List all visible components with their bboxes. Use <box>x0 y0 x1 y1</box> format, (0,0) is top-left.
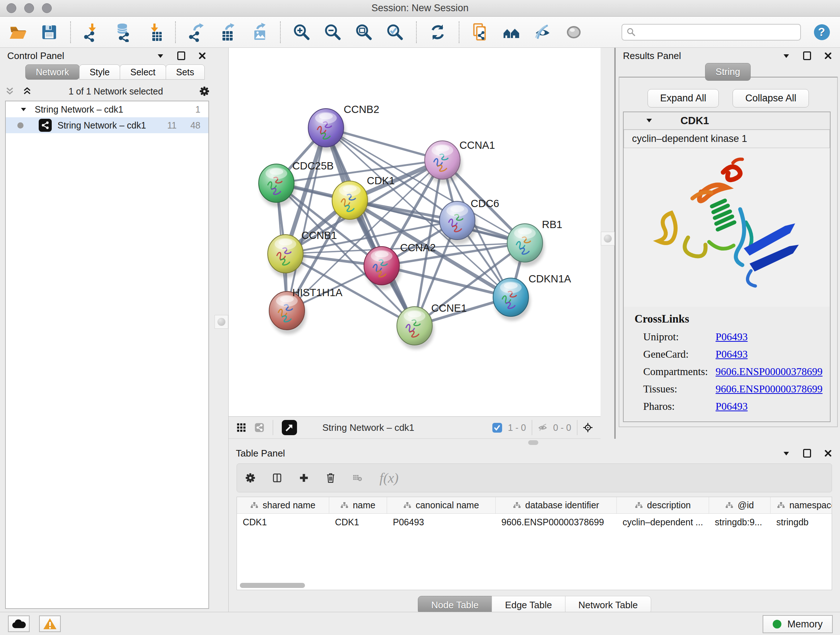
import-table-from-file-icon[interactable] <box>144 22 164 42</box>
expand-all-networks-icon[interactable] <box>22 87 32 96</box>
panel-close-icon[interactable] <box>823 51 833 60</box>
gene-section-header[interactable]: CDK1 <box>624 112 830 130</box>
export-network-icon[interactable] <box>187 22 207 42</box>
panel-menu-icon[interactable] <box>782 448 791 458</box>
table-cell: 9606.ENSP00000378699 <box>496 517 617 527</box>
protein-structure-image <box>624 148 830 307</box>
zoom-fit-content-icon[interactable] <box>354 22 374 42</box>
panel-close-icon[interactable] <box>197 51 207 60</box>
table-panel: Table Panel f(x) <box>229 445 840 612</box>
crosslink-link[interactable]: P06493 <box>715 348 748 360</box>
tree-expand-icon[interactable] <box>19 105 28 114</box>
tab-network-table[interactable]: Network Table <box>565 596 651 614</box>
birds-eye-view-icon[interactable] <box>583 423 592 432</box>
panel-menu-icon[interactable] <box>782 51 791 60</box>
collapse-all-button[interactable]: Collapse All <box>733 89 809 108</box>
grid-view-icon[interactable] <box>237 423 246 432</box>
memory-button[interactable]: Memory <box>763 615 833 633</box>
add-column-icon[interactable] <box>299 473 309 483</box>
import-network-from-file-icon[interactable] <box>82 22 102 42</box>
network-view-list-icon[interactable] <box>255 423 264 432</box>
crosslink-link[interactable]: 9606.ENSP00000378699 <box>715 383 823 395</box>
zoom-out-icon[interactable] <box>323 22 343 42</box>
column-header-description[interactable]: description <box>617 497 709 513</box>
column-header-name[interactable]: name <box>329 497 387 513</box>
zoom-selected-icon[interactable] <box>385 22 405 42</box>
toolbar-separator <box>280 21 281 43</box>
delete-table-icon-disabled[interactable] <box>353 473 362 483</box>
hide-selected-icon[interactable] <box>532 22 553 42</box>
column-header-canonical-name[interactable]: canonical name <box>387 497 496 513</box>
network-canvas[interactable]: CCNB2CCNA1CDC25BCDK1CDC6RB1CCNB1CCNA2CDK… <box>229 48 600 416</box>
help-icon[interactable]: ?? <box>812 22 832 42</box>
first-neighbors-icon[interactable] <box>470 22 491 42</box>
tab-string[interactable]: String <box>705 63 751 81</box>
table-horizontal-scrollbar[interactable] <box>240 583 305 588</box>
tab-select[interactable]: Select <box>120 65 166 80</box>
tab-style[interactable]: Style <box>79 65 120 80</box>
left-splitter-knob[interactable] <box>215 315 228 329</box>
network-options-gear-icon[interactable] <box>200 87 209 96</box>
network-edge-count: 48 <box>190 120 201 131</box>
network-node-CCNB2[interactable] <box>308 109 346 151</box>
network-node-CDC25B[interactable] <box>259 164 296 207</box>
panel-float-icon[interactable] <box>802 448 812 458</box>
network-node-CDKN1A[interactable] <box>493 278 531 321</box>
column-header-namespace[interactable]: namespace <box>771 497 832 513</box>
warnings-button[interactable] <box>39 616 61 632</box>
network-row[interactable]: String Network – cdk1 11 48 <box>6 117 208 133</box>
network-collection-row[interactable]: String Network – cdk1 1 <box>6 101 208 117</box>
panel-close-icon[interactable] <box>823 448 833 458</box>
collapse-all-networks-icon[interactable] <box>5 87 14 96</box>
import-network-from-database-icon[interactable] <box>113 22 133 42</box>
network-node-CDK1[interactable] <box>332 181 369 224</box>
left-splitter[interactable] <box>214 48 229 612</box>
network-node-RB1[interactable] <box>507 224 545 266</box>
hidden-count: 0 - 0 <box>553 423 571 433</box>
detach-view-icon[interactable] <box>282 420 297 435</box>
tab-network[interactable]: Network <box>25 65 80 80</box>
network-node-CCNA1[interactable] <box>425 141 462 184</box>
crosslink-link[interactable]: 9606.ENSP00000378699 <box>715 366 823 378</box>
zoom-in-icon[interactable] <box>292 22 312 42</box>
horizontal-splitter-knob[interactable] <box>528 440 538 445</box>
crosslink-link[interactable]: P06493 <box>715 401 748 412</box>
panel-float-icon[interactable] <box>802 51 812 60</box>
toolbar-separator <box>70 21 71 43</box>
network-edge[interactable] <box>287 128 326 310</box>
expand-all-button[interactable]: Expand All <box>647 89 719 108</box>
table-cell: stringdb <box>771 517 832 527</box>
column-header-database-identifier[interactable]: database identifier <box>496 497 617 513</box>
column-header--id[interactable]: @id <box>709 497 771 513</box>
crosslink-row: Uniprot:P06493 <box>635 331 830 343</box>
section-collapse-icon[interactable] <box>646 118 652 124</box>
column-header-shared-name[interactable]: shared name <box>237 497 329 513</box>
save-session-icon[interactable] <box>39 22 59 42</box>
tab-node-table[interactable]: Node Table <box>418 596 492 614</box>
cloud-button[interactable] <box>8 616 30 632</box>
open-session-icon[interactable] <box>8 22 28 42</box>
apply-preferred-layout-icon[interactable] <box>428 22 448 42</box>
panel-menu-icon[interactable] <box>156 51 165 60</box>
network-icon <box>39 119 52 132</box>
table-row[interactable]: CDK1CDK1P064939606.ENSP00000378699cyclin… <box>237 514 832 530</box>
right-splitter-knob[interactable] <box>601 232 615 245</box>
export-table-icon[interactable] <box>218 22 238 42</box>
tab-sets[interactable]: Sets <box>166 65 205 80</box>
table-header-row: shared namenamecanonical namedatabase id… <box>237 497 832 514</box>
table-settings-gear-icon[interactable] <box>246 473 255 483</box>
crosslink-link[interactable]: P06493 <box>715 331 748 343</box>
panel-float-icon[interactable] <box>177 51 186 60</box>
function-builder-icon[interactable]: f(x) <box>379 470 399 486</box>
selected-nodes-checkbox-icon[interactable] <box>493 423 502 432</box>
network-node-CCNA2[interactable] <box>364 247 401 289</box>
show-graphics-details-icon[interactable] <box>501 22 522 42</box>
network-node-CCNE1[interactable] <box>397 307 434 349</box>
show-columns-icon[interactable] <box>272 473 282 483</box>
delete-column-trash-icon[interactable] <box>326 473 335 483</box>
show-hidden-disabled-icon[interactable] <box>564 22 584 42</box>
export-image-icon[interactable] <box>249 22 269 42</box>
table-cell: cyclin–dependent ... <box>617 517 709 527</box>
tab-edge-table[interactable]: Edge Table <box>492 596 565 614</box>
search-input[interactable] <box>639 27 796 37</box>
